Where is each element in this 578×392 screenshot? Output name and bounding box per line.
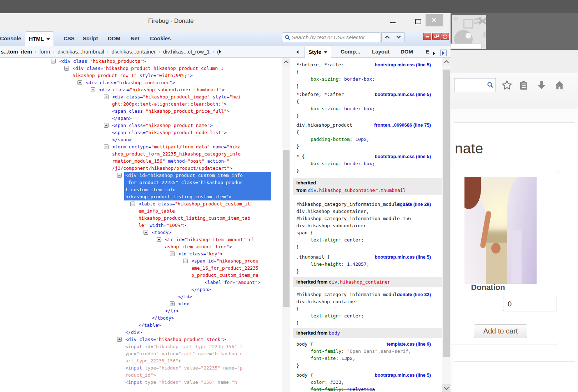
css-source-link[interactable]: donate (line 29) [397, 201, 431, 208]
html-tree-row[interactable]: −<div class="hikashop_products"> [0, 58, 282, 65]
panel-options-button[interactable] [440, 50, 447, 56]
css-rule[interactable]: #hikashop_category_information_module_15… [296, 201, 442, 251]
collapse-icon[interactable]: − [117, 173, 122, 178]
tab-html[interactable]: HTML [25, 31, 54, 46]
product-image[interactable] [464, 177, 537, 284]
html-tree-row[interactable]: ashop_item_amount_line"> [0, 243, 282, 250]
css-source-link[interactable]: bootstrap.min.css (line 5) [375, 91, 431, 98]
home-icon[interactable] [554, 80, 565, 91]
donation-amount-input[interactable] [503, 297, 557, 311]
collapse-icon[interactable]: − [183, 259, 188, 263]
html-tree-row[interactable]: −<form enctype="multipart/form-data" nam… [0, 143, 282, 151]
html-tree-row[interactable]: </span> [0, 286, 282, 293]
css-property[interactable]: font-size: 13px; [296, 355, 442, 362]
css-property[interactable]: box-sizing: border-box; [296, 76, 442, 83]
html-tree-row[interactable]: −<table class="hikashop_product_custom_i… [0, 200, 282, 208]
html-tree-row[interactable]: <input type="hidden" value="22235" name=… [0, 365, 282, 372]
html-tree-row[interactable]: </table> [0, 322, 282, 329]
css-rule[interactable]: *:before, *:afterbootstrap.min.css (line… [296, 91, 442, 119]
css-source-link[interactable]: bootstrap.min.css (line 5) [375, 372, 431, 379]
breadcrumb-item[interactable]: s...tom_item [1, 49, 32, 55]
css-property[interactable]: color: #333; [296, 379, 442, 386]
tab-css[interactable]: CSS [60, 31, 78, 46]
html-tree-row[interactable]: −<span id="hikashop_produ [0, 258, 282, 265]
collapse-icon[interactable]: − [170, 251, 175, 256]
html-tree-row[interactable]: +<td> [0, 300, 282, 307]
css-source-link[interactable]: bootstrap.min.css (line 5) [375, 153, 431, 160]
css-style-pane[interactable]: *:before, *:afterbootstrap.min.css (line… [290, 58, 442, 392]
collapse-icon[interactable]: − [64, 66, 69, 71]
css-source-link[interactable]: bootstrap.min.css (line 5) [375, 254, 431, 261]
html-tree-row[interactable]: le" width="100%"> [0, 222, 282, 229]
css-source-link[interactable]: template.css (line 9) [387, 341, 431, 348]
css-rule[interactable]: body {template.css (line 9)font-family: … [296, 341, 442, 369]
css-property[interactable]: text-align: center; [296, 236, 442, 244]
collapse-icon[interactable]: − [51, 59, 56, 63]
css-property[interactable]: font-family: "Helvetica [296, 386, 442, 392]
html-tree-row[interactable]: <input id="hikashop_cart_type_22235_156"… [0, 343, 282, 350]
html-tree-row-selected[interactable]: _for_product_22235" class="hikashop_prod… [0, 179, 282, 186]
html-tree-row[interactable]: art_type_22235_156"> [0, 357, 282, 365]
tab-cookies[interactable]: Cookies [146, 31, 174, 46]
scroll-up-arrow[interactable] [282, 58, 290, 66]
css-property[interactable]: font-family: "Open Sans",sans-serif; [296, 348, 442, 355]
html-pane-scrollbar[interactable] [282, 58, 290, 392]
add-to-cart-button[interactable]: Add to cart [474, 324, 527, 338]
html-tree-row[interactable]: <span class="hikashop_product_code_list"… [0, 129, 282, 136]
html-tree-row[interactable]: −<tbody> [0, 229, 282, 236]
expand-icon[interactable]: + [104, 123, 109, 128]
html-tree-row[interactable]: </div> [0, 329, 282, 336]
download-icon[interactable] [536, 80, 547, 91]
html-tree-row-selected[interactable]: t_custom_item_info [0, 186, 282, 193]
html-tree-row[interactable]: −<div class="hikashop_subcontainer thumb… [0, 86, 282, 93]
breadcrumb-item[interactable]: div.hikas...ct_row_1 [163, 49, 210, 55]
css-property[interactable]: text-align: center; [296, 312, 442, 320]
html-tree-row[interactable]: hikashop_product_listing_custom_item_tab [0, 215, 282, 222]
side-tab-style[interactable]: Style [305, 46, 331, 58]
html-tree-row[interactable]: </span> [0, 115, 282, 122]
html-tree-row[interactable]: ame_16_for_product_22235 [0, 265, 282, 272]
collapse-icon[interactable]: − [104, 144, 109, 149]
side-tab-e[interactable]: E [422, 46, 433, 58]
search-next-button[interactable] [393, 32, 404, 42]
window-maximize-button[interactable] [415, 19, 421, 24]
firebug-detach-button[interactable] [432, 33, 441, 40]
tab-script[interactable]: Script [79, 31, 102, 46]
html-tree-row[interactable]: ype="hidden" value="cart" name="hikashop… [0, 350, 282, 357]
collapse-icon[interactable]: − [91, 87, 95, 92]
html-tree-row[interactable]: <input type="hidden" value="156" name="h [0, 379, 282, 386]
html-tree-row[interactable]: shop_product_form_22235_hikashop_categor… [0, 151, 282, 158]
css-rule[interactable]: div.hikashop_productfronten...0690686 (l… [296, 122, 442, 150]
html-tree-row[interactable]: p_product_custom_item_na [0, 272, 282, 279]
firebug-titlebar[interactable] [0, 13, 451, 31]
css-rule[interactable]: * {bootstrap.min.css (line 5)box-sizing:… [296, 153, 442, 174]
window-close-button[interactable]: ✕ [426, 14, 443, 26]
scrollbar-thumb[interactable] [283, 150, 290, 307]
side-tab-layout[interactable]: Layout [368, 46, 393, 58]
expand-icon[interactable]: + [170, 301, 175, 306]
scroll-up-arrow[interactable] [442, 58, 451, 66]
css-source-link[interactable]: donate (line 32) [397, 291, 431, 298]
tab-dom[interactable]: DOM [104, 31, 124, 46]
css-property[interactable]: box-sizing: border-box; [296, 105, 442, 112]
html-tree-row[interactable]: rmation_module_156" method="post" action… [0, 158, 282, 165]
html-tree-row-selected[interactable]: hikashop_product_listing_custom_item"> [0, 193, 282, 200]
collapse-icon[interactable]: − [77, 80, 82, 85]
css-source-link[interactable]: fronten...0690686 (line 75) [374, 122, 431, 129]
window-minimize-button[interactable] [390, 22, 396, 23]
firebug-minimize-button[interactable] [423, 33, 431, 40]
html-tree-row[interactable]: </span> [0, 136, 282, 143]
reading-list-icon[interactable] [518, 80, 529, 91]
tabs-scroll-left-icon[interactable] [296, 50, 298, 54]
side-tab-dom[interactable]: DOM [397, 46, 417, 58]
html-source-pane[interactable]: −<div class="hikashop_products">−<div cl… [0, 58, 282, 392]
html-tree-row-selected[interactable]: −<div id="hikashop_product_custom_item_i… [0, 172, 282, 179]
html-tree-row[interactable]: </tr> [0, 307, 282, 315]
browser-search-field[interactable] [454, 78, 496, 92]
search-previous-button[interactable] [381, 32, 393, 42]
tab-net[interactable]: Net [127, 31, 143, 46]
css-source-link[interactable]: bootstrap.min.css (line 5) [375, 61, 431, 68]
breadcrumb-item[interactable]: div.hikas...ontainer [111, 49, 156, 55]
html-tree-row[interactable]: </td> [0, 293, 282, 300]
html-tree-row[interactable]: ght:200px;text-align:center;clear:both;"… [0, 101, 282, 108]
